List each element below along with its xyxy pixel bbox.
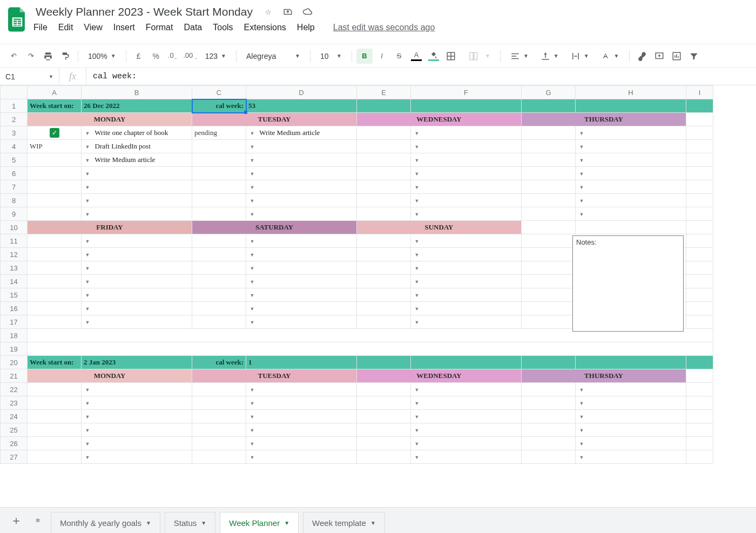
task-cell[interactable]: ▼ (82, 383, 192, 396)
task-cell[interactable]: ▼ (246, 396, 357, 410)
chevron-down-icon[interactable]: ▼ (84, 455, 91, 460)
chevron-down-icon[interactable]: ▼ (84, 171, 91, 177)
chevron-down-icon[interactable]: ▼ (413, 293, 421, 298)
day-header-friday[interactable]: FRIDAY (28, 221, 192, 234)
paint-format-icon[interactable] (57, 49, 73, 64)
chevron-down-icon[interactable]: ▼ (578, 414, 585, 420)
task-cell[interactable]: ▼ (246, 315, 357, 329)
font-size-dropdown[interactable]: 10▼ (315, 49, 347, 64)
chevron-down-icon[interactable]: ▼ (578, 144, 585, 150)
menu-insert[interactable]: Insert (113, 23, 135, 32)
chevron-down-icon[interactable]: ▼ (248, 455, 256, 460)
chevron-down-icon[interactable]: ▼ (84, 266, 91, 271)
task-cell[interactable]: ▼ (576, 140, 686, 153)
status-cell[interactable]: pending (192, 126, 246, 140)
task-cell[interactable]: ▼ (246, 167, 357, 180)
task-cell[interactable]: ▼ (576, 410, 686, 423)
star-icon[interactable]: ☆ (262, 8, 274, 16)
task-cell[interactable]: ▼ (411, 126, 522, 140)
task-cell[interactable]: ▼ Write Medium article (246, 126, 357, 140)
task-cell[interactable]: ▼ (576, 437, 686, 450)
task-cell[interactable]: ▼ (82, 450, 192, 464)
task-cell[interactable]: ▼ Write one chapter of book (82, 126, 192, 140)
text-wrap-dropdown[interactable]: ▼ (565, 49, 595, 64)
task-cell[interactable]: ▼ (82, 234, 192, 248)
chevron-down-icon[interactable]: ▼ (248, 144, 256, 150)
chevron-down-icon[interactable]: ▼ (248, 428, 256, 433)
chevron-down-icon[interactable]: ▼ (84, 131, 91, 136)
menu-extensions[interactable]: Extensions (244, 23, 286, 32)
row-header[interactable]: 14 (1, 275, 28, 288)
chevron-down-icon[interactable]: ▼ (578, 131, 585, 136)
task-cell[interactable]: ▼ (246, 153, 357, 167)
chevron-down-icon[interactable]: ▼ (84, 441, 91, 447)
zoom-dropdown[interactable]: 100%▼ (83, 49, 122, 64)
col-header-G[interactable]: G (522, 86, 576, 99)
chevron-down-icon[interactable]: ▼ (248, 266, 256, 271)
chevron-down-icon[interactable]: ▼ (578, 401, 585, 406)
day-header-sunday[interactable]: SUNDAY (357, 221, 522, 234)
task-cell[interactable]: ▼ (82, 248, 192, 261)
menu-tools[interactable]: Tools (213, 23, 233, 32)
task-cell[interactable]: ▼ (82, 180, 192, 194)
row-header[interactable]: 13 (1, 261, 28, 275)
chevron-down-icon[interactable]: ▼ (84, 185, 91, 190)
horizontal-align-dropdown[interactable]: ▼ (505, 49, 534, 64)
task-cell[interactable]: ▼ (82, 194, 192, 207)
task-cell[interactable]: ▼ (246, 275, 357, 288)
sheets-logo[interactable] (6, 4, 28, 34)
row-header[interactable]: 11 (1, 234, 28, 248)
percent-button[interactable]: % (148, 49, 164, 64)
row-header[interactable]: 8 (1, 194, 28, 207)
row-header[interactable]: 18 (1, 329, 28, 342)
chevron-down-icon[interactable]: ▼ (578, 198, 585, 204)
task-cell[interactable]: ▼ (411, 167, 522, 180)
sheet-tab-status[interactable]: Status▼ (165, 512, 215, 534)
chevron-down-icon[interactable]: ▼ (248, 252, 256, 258)
formula-input[interactable]: cal week: (86, 72, 756, 81)
name-box[interactable]: C1▼ (0, 68, 59, 85)
row-header[interactable]: 7 (1, 180, 28, 194)
task-cell[interactable]: ▼ (82, 302, 192, 315)
day-header-tuesday[interactable]: TUESDAY (192, 369, 357, 383)
task-cell[interactable]: ▼ (576, 383, 686, 396)
task-cell[interactable]: ▼ (411, 396, 522, 410)
row-header[interactable]: 24 (1, 410, 28, 423)
chevron-down-icon[interactable]: ▼ (413, 144, 421, 150)
task-cell[interactable]: ▼ Write Medium article (82, 153, 192, 167)
chevron-down-icon[interactable]: ▼ (84, 293, 91, 298)
chevron-down-icon[interactable]: ▼ (84, 320, 91, 325)
task-cell[interactable]: ▼ (246, 383, 357, 396)
task-cell[interactable]: ▼ (411, 194, 522, 207)
chevron-down-icon[interactable]: ▼ (84, 144, 91, 150)
chevron-down-icon[interactable]: ▼ (84, 158, 91, 163)
chevron-down-icon[interactable]: ▼ (248, 441, 256, 447)
day-header-wednesday[interactable]: WEDNESDAY (357, 113, 522, 126)
task-cell[interactable]: ▼ (576, 207, 686, 221)
task-cell[interactable]: ▼ (411, 423, 522, 437)
chevron-down-icon[interactable]: ▼ (248, 239, 256, 244)
task-cell[interactable]: ▼ (576, 126, 686, 140)
cloud-status-icon[interactable] (301, 7, 313, 17)
chevron-down-icon[interactable]: ▼ (578, 171, 585, 177)
row-header[interactable]: 17 (1, 315, 28, 329)
insert-chart-icon[interactable] (669, 49, 685, 64)
chevron-down-icon[interactable]: ▼ (84, 414, 91, 420)
row-header[interactable]: 12 (1, 248, 28, 261)
text-rotation-dropdown[interactable]: ▼ (596, 49, 625, 64)
italic-button[interactable]: I (374, 49, 390, 64)
chevron-down-icon[interactable]: ▼ (413, 428, 421, 433)
chevron-down-icon[interactable]: ▼ (413, 455, 421, 460)
task-cell[interactable]: ▼ (246, 261, 357, 275)
chevron-down-icon[interactable]: ▼ (413, 252, 421, 258)
chevron-down-icon[interactable]: ▼ (413, 266, 421, 271)
add-sheet-button[interactable]: ＋ (8, 512, 25, 529)
task-cell[interactable]: ▼ (411, 302, 522, 315)
task-cell[interactable]: ▼ (411, 180, 522, 194)
chevron-down-icon[interactable]: ▼ (578, 387, 585, 393)
task-cell[interactable]: ▼ (576, 167, 686, 180)
col-header-E[interactable]: E (357, 86, 411, 99)
status-cell[interactable]: ✓ (28, 126, 82, 140)
chevron-down-icon[interactable]: ▼ (248, 171, 256, 177)
row-header[interactable]: 2 (1, 113, 28, 126)
